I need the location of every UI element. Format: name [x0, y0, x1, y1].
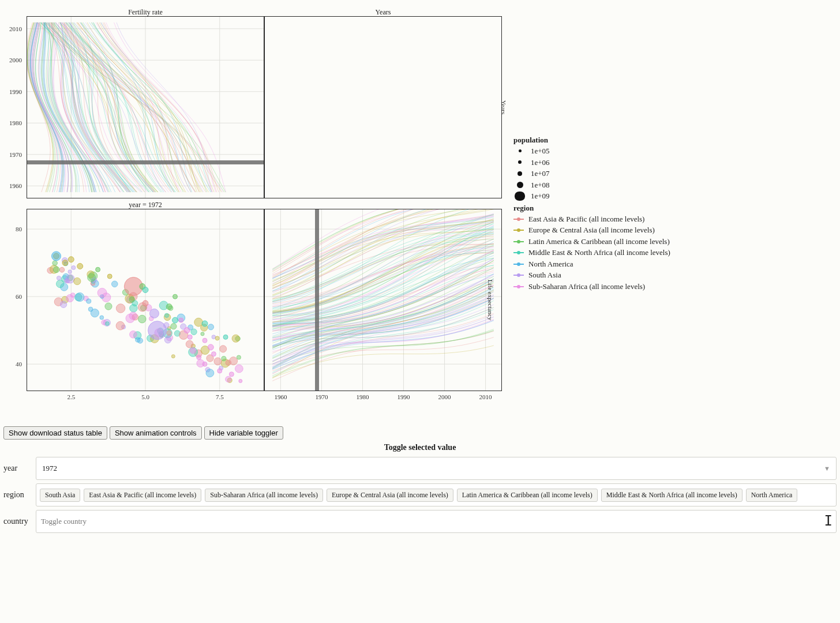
facet-scatter-year-1972[interactable]: year = 1972	[27, 209, 264, 391]
tick-label: 2010	[479, 393, 492, 400]
svg-point-157	[202, 338, 207, 343]
tick-label: 2000	[438, 393, 451, 400]
region-chip[interactable]: North America	[746, 489, 798, 502]
facet-fertility-vs-years[interactable]: Fertility rate	[27, 16, 264, 198]
legend: population 1e+051e+061e+071e+081e+09 reg…	[513, 3, 687, 416]
svg-point-149	[173, 294, 178, 299]
tick-label: 2.5	[67, 393, 75, 400]
svg-point-156	[202, 321, 208, 326]
year-guide-vertical[interactable]	[315, 209, 319, 391]
svg-point-91	[129, 312, 137, 320]
show-download-status-button[interactable]: Show download status table	[3, 426, 107, 440]
legend-region-item[interactable]: East Asia & Pacific (all income levels)	[513, 214, 687, 224]
svg-point-107	[215, 336, 219, 340]
facet-years-vs-years[interactable]: Years Years	[264, 16, 502, 198]
legend-region-item[interactable]: Middle East & North Africa (all income l…	[513, 247, 687, 258]
svg-point-120	[167, 331, 171, 335]
svg-point-54	[87, 299, 91, 303]
svg-point-141	[107, 274, 112, 279]
region-swatch-icon	[513, 216, 524, 222]
chevron-down-icon: ▼	[824, 465, 830, 472]
year-guide-horizontal[interactable]	[27, 160, 264, 164]
region-chip[interactable]: South Asia	[40, 489, 80, 502]
tick-label: 2010	[9, 25, 22, 32]
region-chip[interactable]: Sub-Saharan Africa (all income levels)	[205, 489, 323, 502]
show-animation-controls-button[interactable]: Show animation controls	[110, 426, 202, 440]
legend-size-item: 1e+09	[513, 191, 687, 201]
svg-point-148	[166, 304, 172, 310]
country-label: country	[3, 517, 30, 526]
region-chip[interactable]: Middle East & North Africa (all income l…	[601, 489, 742, 502]
legend-region-item[interactable]: South Asia	[513, 270, 687, 280]
legend-region-item[interactable]: Sub-Saharan Africa (all income levels)	[513, 282, 687, 292]
svg-point-160	[211, 352, 216, 356]
svg-point-129	[129, 297, 135, 302]
region-chip[interactable]: East Asia & Pacific (all income levels)	[84, 489, 201, 502]
region-chip[interactable]: Latin America & Caribbean (all income le…	[457, 489, 598, 502]
svg-point-99	[186, 340, 193, 348]
legend-size-label: 1e+08	[531, 180, 550, 190]
svg-point-69	[64, 278, 69, 283]
svg-point-128	[171, 355, 175, 358]
size-dot-icon	[518, 171, 522, 176]
region-chip[interactable]: Europe & Central Asia (all income levels…	[327, 489, 453, 502]
tick-label: 7.5	[216, 393, 224, 400]
svg-point-56	[226, 376, 231, 382]
svg-point-119	[70, 293, 75, 298]
size-dot-icon	[517, 182, 523, 188]
region-swatch-icon	[513, 250, 524, 256]
svg-point-127	[116, 321, 125, 330]
svg-point-144	[142, 287, 148, 292]
tick-label: 1980	[356, 393, 369, 400]
x-axis-ticks-years: 196019701980199020002010	[264, 393, 502, 404]
svg-point-150	[172, 317, 178, 323]
legend-region-item[interactable]: Europe & Central Asia (all income levels…	[513, 225, 687, 235]
year-select[interactable]: 1972 ▼	[36, 457, 837, 480]
region-multiselect[interactable]: South AsiaEast Asia & Pacific (all incom…	[36, 483, 837, 506]
svg-point-116	[191, 329, 197, 335]
svg-point-31	[201, 332, 204, 336]
svg-point-48	[68, 270, 72, 273]
year-select-value: 1972	[42, 464, 57, 473]
svg-point-59	[237, 355, 241, 359]
row-strip-label: Years	[501, 100, 508, 115]
legend-size-label: 1e+09	[531, 191, 550, 201]
svg-point-47	[100, 316, 104, 320]
country-multiselect[interactable]: I	[36, 510, 837, 533]
svg-point-133	[130, 331, 137, 338]
svg-point-73	[171, 324, 177, 329]
facet-lifeexp-vs-years[interactable]: Life expectancy	[264, 209, 502, 391]
legend-size-label: 1e+06	[531, 157, 550, 168]
y-axis-ticks-top: 196019701980199020002010	[3, 16, 24, 198]
tick-label: 1980	[9, 119, 22, 126]
legend-region-item[interactable]: Latin America & Caribbean (all income le…	[513, 237, 687, 247]
svg-point-162	[223, 335, 228, 339]
legend-region-label: North America	[528, 259, 573, 269]
svg-point-90	[60, 301, 66, 307]
row-strip-label: Life expectancy	[487, 280, 494, 321]
svg-point-65	[194, 318, 203, 326]
tick-label: 1990	[9, 88, 22, 95]
legend-region-item[interactable]: North America	[513, 259, 687, 269]
svg-point-93	[74, 277, 81, 284]
svg-point-136	[52, 252, 61, 261]
legend-region-label: Europe & Central Asia (all income levels…	[528, 225, 655, 235]
svg-point-131	[88, 307, 93, 312]
svg-point-115	[53, 267, 59, 273]
svg-point-161	[217, 369, 222, 373]
region-label: region	[3, 490, 30, 500]
region-swatch-icon	[513, 284, 524, 290]
country-input[interactable]	[40, 516, 821, 527]
y-axis-ticks-bottom: 406080	[3, 209, 24, 391]
hide-variable-toggler-button[interactable]: Hide variable toggler	[204, 426, 283, 440]
svg-point-159	[208, 344, 213, 350]
svg-point-98	[97, 288, 107, 298]
legend-size-label: 1e+05	[531, 146, 550, 156]
region-swatch-icon	[513, 272, 524, 278]
legend-population-heading: population	[513, 136, 687, 145]
svg-point-125	[57, 276, 61, 280]
legend-size-item: 1e+08	[513, 180, 687, 190]
section-title: Toggle selected value	[3, 443, 837, 452]
svg-point-152	[184, 328, 190, 333]
svg-point-138	[68, 257, 74, 262]
